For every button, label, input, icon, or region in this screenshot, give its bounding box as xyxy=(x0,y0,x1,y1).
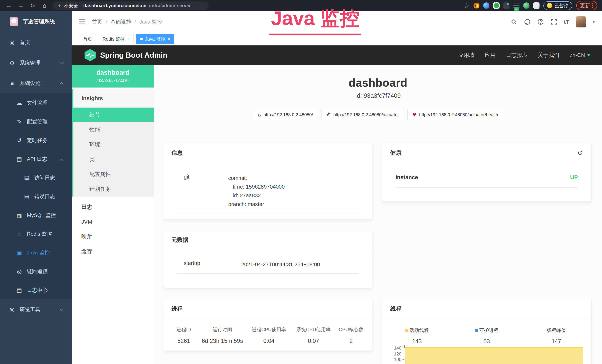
breadcrumb-home[interactable]: 首页 xyxy=(92,18,102,25)
git-commit-line: commit: xyxy=(228,174,285,182)
sidebar-item-java-monitor[interactable]: ▣ Java 监控 xyxy=(0,243,72,262)
user-avatar[interactable] xyxy=(576,16,586,27)
extension-icon-2[interactable] xyxy=(483,2,489,9)
sba-tab-details[interactable]: 细节 xyxy=(74,107,154,122)
extension-icon-5[interactable]: on xyxy=(513,2,519,9)
tick-mark xyxy=(402,359,404,360)
page-title: dashboard xyxy=(154,76,602,89)
sidebar-item-config-management[interactable]: ✎ 配置管理 xyxy=(0,112,72,131)
browser-back-icon[interactable]: ← xyxy=(3,2,14,9)
sidebar-item-redis-monitor[interactable]: ≡ Redis 监控 xyxy=(0,225,72,243)
sba-tab-metrics[interactable]: 性能 xyxy=(74,122,154,137)
sba-tab-environment[interactable]: 环境 xyxy=(74,137,154,152)
sidebar-item-infrastructure[interactable]: ▣ 基础设施 xyxy=(0,73,72,94)
sidebar-item-system-management[interactable]: ⚙ 系统管理 xyxy=(0,53,72,73)
service-url-button[interactable]: ⌂ http://192.168.0.2:48080/ xyxy=(253,109,318,120)
extension-icon-6[interactable] xyxy=(523,2,529,9)
browser-reload-icon[interactable]: ↻ xyxy=(27,2,38,9)
sidebar-item-error-logs[interactable]: ▤ 错误日志 xyxy=(0,187,72,206)
hamburger-menu-icon[interactable] xyxy=(79,20,85,24)
instance-name: dashboard xyxy=(97,69,129,76)
sba-tab-logs[interactable]: 日志 xyxy=(72,200,154,214)
sidebar-item-scheduled-tasks[interactable]: ↺ 定时任务 xyxy=(0,131,72,150)
breadcrumb-separator: / xyxy=(135,19,136,25)
tab-redis-monitor[interactable]: Redis 监控 × xyxy=(99,34,134,44)
browser-home-icon[interactable]: ⌂ xyxy=(39,2,50,9)
process-card-body: 进程ID 5261 运行时间 6d 23h 15m 59s 进程CPU使用率 0… xyxy=(163,319,373,344)
extension-icon-1[interactable]: 1 xyxy=(473,3,479,9)
health-history-icon[interactable]: ↺ xyxy=(578,149,583,157)
extension-icon-4[interactable] xyxy=(503,2,509,9)
extensions-puzzle-icon[interactable] xyxy=(533,2,539,9)
sidebar-item-api-logs[interactable]: ▤ API 日志 xyxy=(0,150,72,168)
sidebar-item-mysql-monitor[interactable]: ▦ MySQL 监控 xyxy=(0,206,72,225)
extension-icon-3[interactable] xyxy=(493,2,499,9)
health-instance-label: Instance xyxy=(396,174,418,181)
paused-label: 已暂停 xyxy=(555,3,569,9)
close-icon[interactable]: × xyxy=(127,36,130,42)
sba-tab-jvm[interactable]: JVM xyxy=(72,214,154,229)
sidebar-item-access-logs[interactable]: ▤ 访问日志 xyxy=(0,168,72,187)
sba-tab-caches[interactable]: 缓存 xyxy=(72,244,154,259)
heart-icon: ♥ xyxy=(412,112,417,118)
sba-tab-mappings[interactable]: 映射 xyxy=(72,229,154,244)
browser-forward-icon[interactable]: → xyxy=(15,2,26,9)
font-size-icon[interactable]: tT xyxy=(564,19,569,25)
sidebar-item-log-center[interactable]: ▤ 日志中心 xyxy=(0,281,72,300)
health-url-button[interactable]: ♥ http://192.168.0.2:48080/actuator/heal… xyxy=(407,109,503,120)
paused-badge[interactable]: 已暂停 xyxy=(543,1,572,10)
y-axis-tick: 140 xyxy=(390,345,401,351)
sidebar-item-label: 配置管理 xyxy=(27,118,48,125)
actuator-url-button[interactable]: http://192.168.0.2:48080/actuator xyxy=(321,109,404,120)
health-card-header: 健康 ↺ xyxy=(382,143,591,163)
sba-brand[interactable]: Spring Boot Admin xyxy=(85,49,167,61)
tick-mark xyxy=(402,354,404,354)
sba-tab-scheduled-tasks[interactable]: 计划任务 xyxy=(74,182,154,197)
search-icon[interactable] xyxy=(511,19,517,25)
legend-value: 53 xyxy=(452,338,522,345)
sidebar-item-file-management[interactable]: ☁ 文件管理 xyxy=(0,94,72,112)
address-bar[interactable]: ⚠ 不安全 dashboard.yudao.iocoder.cn/infra/a… xyxy=(53,1,209,10)
tab-home[interactable]: 首页 xyxy=(79,34,96,44)
sba-nav-applications[interactable]: 应用 xyxy=(485,52,495,59)
legend-value: 147 xyxy=(522,338,591,345)
header-actions: tT ▾ xyxy=(511,16,595,27)
update-button[interactable]: 更新 xyxy=(576,1,597,10)
breadcrumb: 首页 / 基础设施 / Java 监控 xyxy=(92,18,162,25)
tab-java-monitor[interactable]: Java 监控 × xyxy=(136,34,174,44)
sba-instance-header[interactable]: dashboard 93a3fc7f7409 xyxy=(72,65,154,87)
sidebar: 芋道管理系统 ◉ 首页 ⚙ 系统管理 ▣ 基础设施 ☁ 文件管理 xyxy=(0,11,72,364)
eye-icon: ◎ xyxy=(16,268,23,275)
card-title: 信息 xyxy=(172,149,183,157)
browser-menu-icon[interactable] xyxy=(592,3,593,8)
locale-label: zh-CN xyxy=(570,52,585,58)
breadcrumb-infrastructure[interactable]: 基础设施 xyxy=(110,18,131,25)
log-icon: ▤ xyxy=(23,193,30,200)
legend-daemon-threads: 守护进程 53 xyxy=(452,327,522,345)
sba-tab-config-props[interactable]: 配置属性 xyxy=(74,167,154,182)
url-path: /infra/admin-server xyxy=(149,3,191,8)
bookmark-star-icon[interactable]: ☆ xyxy=(464,2,469,9)
legend-label: 线程峰值 xyxy=(547,327,566,334)
sba-tab-classes[interactable]: 类 xyxy=(74,152,154,167)
log-icon: ▤ xyxy=(16,156,23,162)
github-icon[interactable] xyxy=(524,19,531,25)
sidebar-item-home[interactable]: ◉ 首页 xyxy=(0,32,72,53)
sidebar-item-tracing[interactable]: ◎ 链路追踪 xyxy=(0,262,72,281)
threads-legend: 活动线程 143 守护进程 53 线程峰值 14 xyxy=(382,327,591,345)
app-logo-row[interactable]: 芋道管理系统 xyxy=(0,11,72,32)
wrench-icon xyxy=(326,112,331,118)
info-card-body: git commit: time: 1596289704000 id: 27aa… xyxy=(163,163,373,214)
sba-nav-about[interactable]: 关于我们 xyxy=(538,52,559,59)
close-icon[interactable]: × xyxy=(168,36,170,42)
threads-card: 线程 活动线程 143 守护进程 xyxy=(382,299,591,364)
avatar-caret-icon[interactable]: ▾ xyxy=(592,19,595,25)
legend-peak-threads: 线程峰值 147 xyxy=(522,327,591,345)
layers-icon: ≡ xyxy=(16,231,23,237)
sba-locale-select[interactable]: zh-CN xyxy=(570,52,591,58)
sba-nav-wallboard[interactable]: 应用墙 xyxy=(458,52,474,59)
help-icon[interactable] xyxy=(537,19,544,25)
sba-nav-journal[interactable]: 日志报表 xyxy=(506,52,527,59)
sidebar-item-dev-tools[interactable]: ⚒ 研发工具 xyxy=(0,300,72,320)
fullscreen-icon[interactable] xyxy=(551,19,557,25)
